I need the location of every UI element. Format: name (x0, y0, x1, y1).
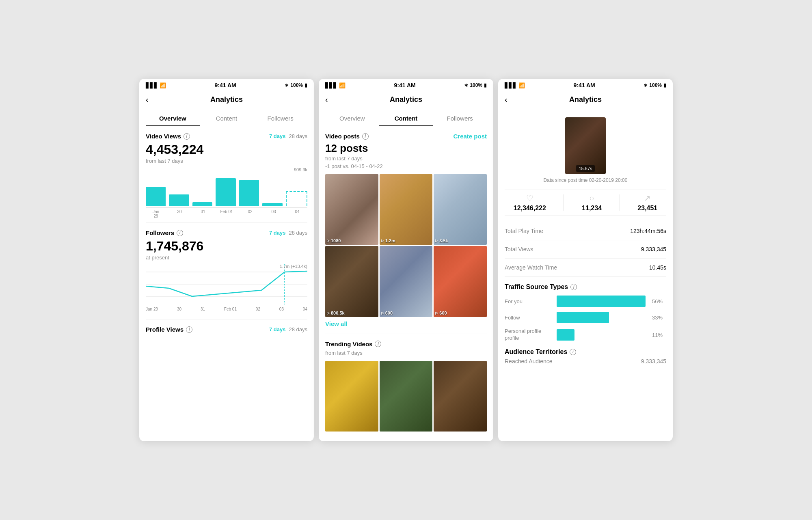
share-icon: ↗ (644, 193, 651, 203)
video-views-1: 1.2m (385, 238, 395, 243)
status-bar-1: ▋▋▋ 📶 9:41 AM ∗ 100% ▮ (139, 79, 314, 90)
video-thumb-2[interactable]: ▷ 3.5k (434, 174, 487, 245)
view-all-btn[interactable]: View all (325, 320, 487, 327)
period-7days-btn[interactable]: 7 days (269, 133, 285, 139)
status-bar-3: ▋▋▋ 📶 9:41 AM ∗ 100% ▮ (498, 79, 673, 90)
followers-period-7days[interactable]: 7 days (269, 230, 285, 236)
video-views-title: Video Views i (146, 133, 190, 140)
video-views-periods: 7 days 28 days (269, 133, 307, 139)
profile-views-header: Profile Views i 7 days 28 days (146, 326, 307, 333)
bar-label-3: Feb 01 (216, 209, 237, 218)
trending-thumb-0[interactable] (325, 361, 378, 432)
battery-icon-1: ▮ (304, 82, 307, 88)
video-thumb-1[interactable]: ▷ 1.2m (380, 174, 433, 245)
signal-icons-3: ▋▋▋ 📶 (505, 82, 525, 88)
bar-label-1: 30 (169, 209, 190, 218)
shares-stat: ↗ 23,451 (637, 193, 657, 212)
video-thumb-3[interactable]: ▷ 800.5k (325, 246, 378, 317)
audience-subtitle-row: Reached Audience 9,333,345 (505, 358, 666, 365)
reached-audience-value: 9,333,345 (641, 358, 666, 365)
followers-chart-label: 1.7m (+13.4k) (280, 264, 307, 269)
signal-icons-1: ▋▋▋ 📶 (146, 82, 166, 88)
video-views-info-icon[interactable]: i (184, 133, 190, 140)
video-posts-header: Video posts i Create post (325, 133, 487, 140)
video-views-subtext: from last 7 days (146, 158, 307, 164)
video-views-2: 3.5k (439, 238, 448, 243)
back-button-1[interactable]: ‹ (146, 93, 152, 106)
back-button-3[interactable]: ‹ (505, 93, 511, 106)
audience-info-icon[interactable]: i (570, 349, 576, 355)
stat-divider-1 (564, 194, 564, 211)
followers-chart: 1.7m (+13.4k) Jan 29 (146, 264, 307, 313)
heart-icon: ♡ (526, 193, 533, 203)
followers-value: 1,745,876 (146, 239, 307, 254)
video-views-4: 600 (385, 311, 393, 315)
tab-content-1[interactable]: Content (200, 111, 254, 126)
tab-content-2[interactable]: Content (379, 111, 433, 126)
followers-line-chart-svg (146, 264, 307, 304)
trending-thumb-2[interactable] (434, 361, 487, 432)
battery-area-2: ∗ 100% ▮ (464, 82, 487, 88)
back-button-2[interactable]: ‹ (325, 93, 331, 106)
video-overlay-4: ▷ 600 (381, 311, 393, 315)
metric-label-1: Total Views (505, 246, 533, 252)
post-thumb-img[interactable]: 15.67s (565, 117, 606, 174)
video-views-value: 4,453,224 (146, 142, 307, 157)
tab-followers-1[interactable]: Followers (253, 111, 307, 126)
metric-label-0: Total Play Time (505, 228, 543, 234)
tab-overview-1[interactable]: Overview (146, 111, 200, 126)
traffic-bar-container-2 (557, 329, 646, 341)
play-icon-1: ▷ (381, 239, 384, 243)
bar-feb01 (216, 178, 235, 206)
followers-subtext: at present (146, 255, 307, 261)
metric-row-0: Total Play Time 123h:44m:56s (505, 222, 666, 240)
video-posts-info-icon[interactable]: i (362, 133, 369, 140)
create-post-btn[interactable]: Create post (453, 133, 487, 140)
bar-label-4: 02 (240, 209, 260, 218)
traffic-label-2: Personal profileprofile (505, 328, 553, 342)
audience-title: Audience Territories i (505, 348, 666, 356)
video-thumb-0[interactable]: ▷ 1080 (325, 174, 378, 245)
bar-jan29 (146, 187, 166, 206)
video-thumb-4[interactable]: ▷ 600 (380, 246, 433, 317)
stat-divider-2 (620, 194, 620, 211)
metric-row-1: Total Views 9,333,345 (505, 240, 666, 259)
likes-value: 12,346,222 (514, 205, 546, 212)
play-icon-0: ▷ (327, 239, 330, 243)
video-overlay-1: ▷ 1.2m (381, 238, 395, 243)
profile-period-28days[interactable]: 28 days (289, 326, 307, 332)
tab-followers-2[interactable]: Followers (433, 111, 487, 126)
followers-xlabel-5: 03 (279, 307, 284, 311)
audience-territories-section: Audience Territories i Reached Audience … (505, 348, 666, 365)
video-thumb-5[interactable]: ▷ 600 (434, 246, 487, 317)
video-overlay-5: ▷ 600 (435, 311, 447, 315)
bluetooth-icon-3: ∗ (644, 82, 648, 88)
bar-chart-labels: Jan29 30 31 Feb 01 02 03 04 (146, 209, 307, 218)
followers-info-icon[interactable]: i (177, 230, 183, 236)
followers-title: Followers i (146, 229, 183, 236)
bar-02 (239, 180, 259, 206)
play-icon-2: ▷ (435, 239, 438, 243)
screens-container: ▋▋▋ 📶 9:41 AM ∗ 100% ▮ ‹ Analytics Overv… (131, 71, 681, 449)
metric-value-0: 123h:44m:56s (630, 228, 666, 234)
wifi-icon: 📶 (160, 82, 166, 88)
profile-views-info-icon[interactable]: i (186, 326, 192, 333)
tab-overview-2[interactable]: Overview (325, 111, 379, 126)
shares-value: 23,451 (637, 205, 657, 212)
trending-info-icon[interactable]: i (375, 341, 381, 347)
tab-bar-1: Overview Content Followers (139, 111, 314, 126)
traffic-info-icon[interactable]: i (570, 284, 577, 290)
bar-04-dashed (286, 191, 307, 206)
period-28days-btn[interactable]: 28 days (289, 133, 307, 139)
trending-thumb-1[interactable] (380, 361, 433, 432)
profile-period-7days[interactable]: 7 days (269, 326, 285, 332)
followers-period-28days[interactable]: 28 days (289, 230, 307, 236)
video-grid: ▷ 1080 ▷ 1.2m ▷ 3.5k (325, 174, 487, 317)
signal-icon-2: ▋▋▋ (325, 82, 337, 88)
traffic-pct-2: 11% (652, 332, 666, 338)
traffic-title: Traffic Source Types i (505, 283, 666, 291)
bar-30 (169, 194, 189, 206)
traffic-pct-1: 33% (652, 315, 666, 321)
video-overlay-0: ▷ 1080 (327, 238, 341, 243)
followers-xlabel-0: Jan 29 (146, 307, 158, 311)
